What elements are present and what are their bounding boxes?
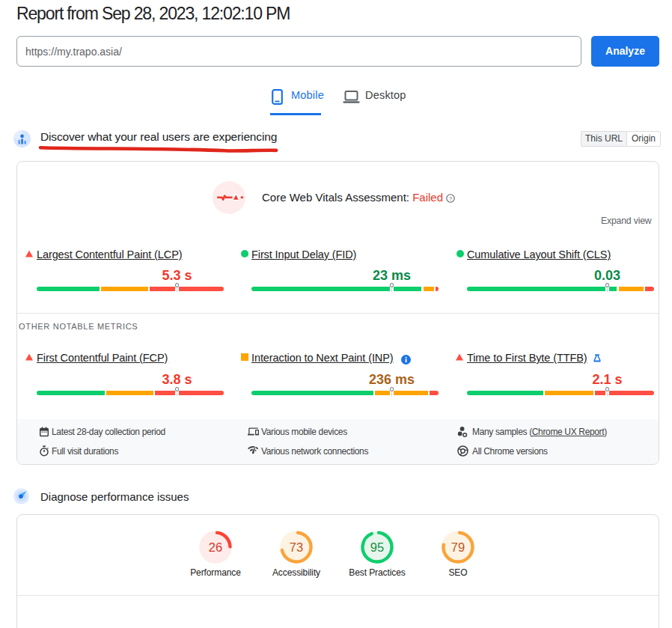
svg-text:95: 95	[370, 540, 384, 554]
svg-text:?: ?	[449, 195, 453, 202]
svg-text:26: 26	[209, 540, 222, 554]
svg-text:79: 79	[451, 540, 465, 554]
svg-text:73: 73	[290, 540, 303, 554]
